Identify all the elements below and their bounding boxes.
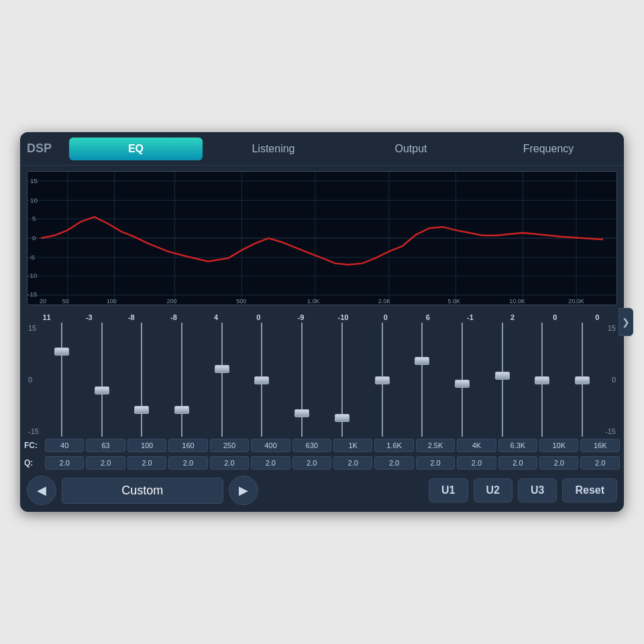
q-label: Q: (24, 458, 43, 468)
fader-3[interactable] (162, 323, 202, 437)
fc-cell-5[interactable]: 400 (251, 439, 290, 452)
preset-name[interactable]: Custom (62, 478, 223, 504)
svg-text:2.0K: 2.0K (378, 298, 390, 305)
u2-button[interactable]: U2 (474, 478, 513, 502)
svg-text:5.0K: 5.0K (448, 298, 460, 305)
fader-9[interactable] (402, 323, 442, 437)
fc-cell-8[interactable]: 1.6K (374, 439, 413, 452)
q-cell-1[interactable]: 2.0 (86, 456, 125, 470)
tab-frequency[interactable]: Frequency (482, 138, 615, 160)
q-cell-3[interactable]: 2.0 (168, 456, 207, 470)
fader-thumb-0[interactable] (54, 347, 69, 356)
svg-text:20: 20 (40, 298, 46, 305)
fader-11[interactable] (482, 323, 523, 437)
svg-text:1.0K: 1.0K (307, 298, 319, 305)
fc-cell-10[interactable]: 4K (457, 439, 496, 452)
q-cell-5[interactable]: 2.0 (251, 456, 290, 470)
fc-cell-1[interactable]: 63 (86, 439, 125, 452)
svg-text:200: 200 (167, 298, 177, 305)
next-button[interactable]: ▶ (229, 476, 258, 505)
fader-values-row: 11 -3 -8 -8 4 0 -9 -10 0 6 -1 2 0 0 (25, 313, 619, 321)
fader-13[interactable] (562, 323, 602, 437)
q-cell-6[interactable]: 2.0 (292, 456, 331, 470)
fader-track-2 (141, 323, 142, 437)
svg-text:10.0K: 10.0K (509, 298, 525, 305)
fc-cell-3[interactable]: 160 (168, 439, 207, 452)
fader-6[interactable] (282, 323, 322, 437)
chevron-right-button[interactable]: ❯ (619, 308, 633, 336)
u1-button[interactable]: U1 (429, 478, 468, 502)
fader-4[interactable] (202, 323, 242, 437)
fader-thumb-1[interactable] (95, 386, 109, 394)
fader-val-12: 0 (534, 313, 576, 321)
fc-cell-0[interactable]: 40 (45, 439, 84, 452)
fc-cell-6[interactable]: 630 (292, 439, 331, 452)
q-cell-12[interactable]: 2.0 (539, 456, 578, 470)
fader-thumb-12[interactable] (535, 376, 549, 384)
tab-output[interactable]: Output (344, 138, 478, 160)
fc-label: FC: (24, 441, 43, 450)
svg-text:20.0K: 20.0K (568, 298, 584, 305)
fader-1[interactable] (82, 323, 122, 437)
fc-row: FC: 40 63 100 160 250 400 630 1K 1.6K 2.… (20, 437, 624, 454)
fader-thumb-8[interactable] (375, 376, 390, 384)
prev-button[interactable]: ◀ (27, 476, 56, 505)
fader-val-9: 6 (407, 313, 449, 321)
fader-thumb-11[interactable] (495, 372, 510, 380)
q-cell-11[interactable]: 2.0 (498, 456, 537, 470)
fader-thumb-2[interactable] (134, 406, 149, 414)
fader-7[interactable] (322, 323, 362, 437)
fader-val-13: 0 (576, 313, 619, 321)
fader-thumb-7[interactable] (335, 414, 350, 422)
fader-thumb-13[interactable] (575, 376, 590, 384)
q-cell-0[interactable]: 2.0 (45, 456, 84, 470)
fc-cell-7[interactable]: 1K (333, 439, 372, 452)
reset-button[interactable]: Reset (562, 478, 617, 502)
fc-cell-4[interactable]: 250 (210, 439, 249, 452)
fader-thumb-5[interactable] (254, 376, 269, 384)
scale-top-left: 15 (28, 324, 39, 332)
fader-2[interactable] (121, 323, 162, 437)
fader-5[interactable] (242, 323, 282, 437)
scale-bot-left: -15 (28, 427, 39, 435)
fc-cell-12[interactable]: 10K (539, 439, 578, 452)
q-cell-7[interactable]: 2.0 (333, 456, 372, 470)
svg-text:0: 0 (32, 234, 36, 241)
bottom-controls: ◀ Custom ▶ U1 U2 U3 Reset (20, 472, 624, 512)
fader-track-11 (502, 323, 503, 437)
tab-listening[interactable]: Listening (207, 138, 340, 160)
svg-text:100: 100 (107, 298, 117, 305)
fader-val-5: 0 (237, 313, 280, 321)
q-cell-4[interactable]: 2.0 (210, 456, 249, 470)
q-cell-9[interactable]: 2.0 (416, 456, 455, 470)
q-row: Q: 2.0 2.0 2.0 2.0 2.0 2.0 2.0 2.0 2.0 2… (20, 454, 624, 472)
fader-thumb-3[interactable] (174, 406, 189, 414)
fader-thumb-9[interactable] (415, 357, 429, 365)
fc-cell-11[interactable]: 6.3K (498, 439, 537, 452)
u3-button[interactable]: U3 (518, 478, 557, 502)
tab-eq[interactable]: EQ (69, 138, 203, 160)
fader-val-11: 2 (492, 313, 534, 321)
fader-12[interactable] (523, 323, 563, 437)
fader-thumb-10[interactable] (455, 380, 470, 388)
q-cell-2[interactable]: 2.0 (127, 456, 166, 470)
q-cell-13[interactable]: 2.0 (580, 456, 619, 470)
fader-8[interactable] (362, 323, 402, 437)
svg-text:5: 5 (32, 215, 36, 222)
scale-bot-right: -15 (605, 427, 616, 435)
q-cell-10[interactable]: 2.0 (457, 456, 496, 470)
fader-track-12 (541, 323, 543, 437)
q-cell-8[interactable]: 2.0 (374, 456, 413, 470)
scale-mid-right: 0 (605, 376, 616, 384)
fader-0[interactable] (42, 323, 82, 437)
fader-thumb-4[interactable] (215, 365, 229, 373)
fader-track-13 (582, 323, 583, 437)
fader-10[interactable] (442, 323, 482, 437)
fader-thumb-6[interactable] (294, 409, 309, 417)
dsp-eq-panel: DSP EQ Listening Output Frequency (20, 132, 624, 512)
scale-left: 15 0 -15 (25, 323, 42, 437)
fc-cell-9[interactable]: 2.5K (416, 439, 455, 452)
fc-cell-13[interactable]: 16K (580, 439, 619, 452)
fc-cell-2[interactable]: 100 (127, 439, 166, 452)
fader-val-6: -9 (280, 313, 322, 321)
